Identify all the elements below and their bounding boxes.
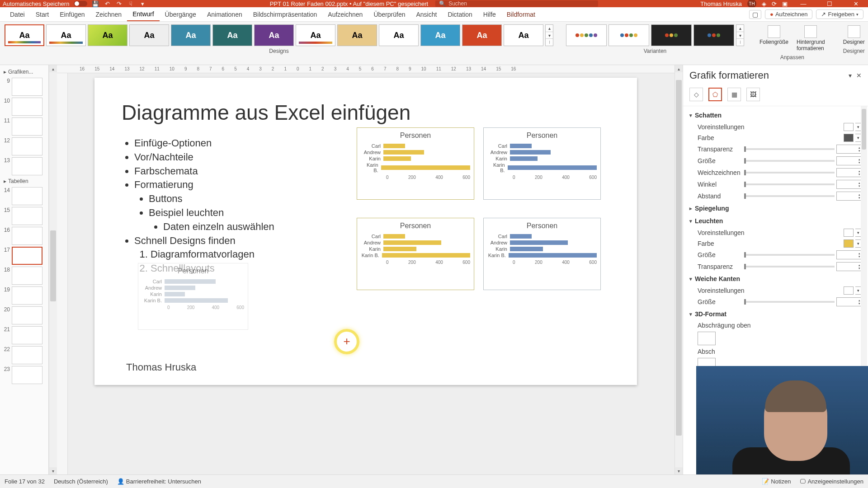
notes-button[interactable]: 📝 Notizen	[762, 478, 791, 485]
diamond-icon[interactable]: ◈	[762, 0, 766, 7]
chart-yellow-2[interactable]: Personen Carl Andrew Karin Karin B. 0200…	[357, 218, 474, 290]
theme-gallery[interactable]: Aa Aa Aa Aa Aa Aa Aa Aa Aa Aa Aa Aa Aa ▴…	[5, 24, 553, 46]
bgformat-button[interactable]: Hintergrund formatieren	[794, 24, 828, 52]
theme-thumb[interactable]: Aa	[504, 24, 543, 46]
section-glow[interactable]: ▾Leuchten	[689, 215, 862, 227]
accessibility-status[interactable]: 👤 Barrierefreiheit: Untersuchen	[117, 478, 201, 485]
picture-tab-icon[interactable]: 🖼	[746, 88, 760, 101]
theme-thumb[interactable]: Aa	[129, 24, 169, 46]
record-button[interactable]: ●Aufzeichnen	[765, 9, 812, 19]
blur-input[interactable]: ▴▾	[836, 168, 862, 177]
tab-start[interactable]: Start	[30, 7, 55, 21]
tab-ansicht[interactable]: Ansicht	[410, 7, 442, 21]
user-name[interactable]: Thomas Hruska	[700, 0, 742, 7]
distance-slider[interactable]	[744, 195, 835, 197]
search-box[interactable]: 🔍 Suchen	[435, 0, 598, 7]
share-button[interactable]: ↗Freigeben▾	[816, 9, 863, 19]
theme-thumb[interactable]: Aa	[379, 24, 419, 46]
thumb-13[interactable]: 13	[2, 157, 47, 175]
thumb-16[interactable]: 16	[2, 227, 47, 245]
size-input[interactable]: ▴▾	[836, 156, 862, 165]
window-layout-icon[interactable]: ▣	[782, 0, 788, 7]
thumb-23[interactable]: 23	[2, 366, 47, 384]
slidesize-button[interactable]: Foliengröße	[757, 24, 791, 52]
touch-icon[interactable]: ☟	[127, 0, 134, 7]
thumb-section[interactable]: ▸ Grafiken...	[0, 68, 48, 76]
variant-thumb[interactable]	[651, 24, 692, 46]
thumb-22[interactable]: 22	[2, 346, 47, 364]
glow-trans-slider[interactable]	[744, 266, 835, 267]
section-shadow[interactable]: ▾Schatten	[689, 109, 862, 122]
tab-bildformat[interactable]: Bildformat	[501, 7, 541, 21]
tab-datei[interactable]: Datei	[5, 7, 30, 21]
color-swatch[interactable]	[844, 134, 854, 142]
thumb-10[interactable]: 10	[2, 98, 47, 116]
maximize-button[interactable]: ☐	[819, 0, 840, 7]
size-slider[interactable]	[744, 160, 835, 162]
save-icon[interactable]: 💾	[92, 0, 99, 7]
size-tab-icon[interactable]: ▦	[727, 88, 741, 101]
thumb-section[interactable]: ▸ Tabellen	[0, 177, 48, 185]
tab-uebergaenge[interactable]: Übergänge	[160, 7, 202, 21]
tab-einfuegen[interactable]: Einfügen	[54, 7, 90, 21]
preset-swatch[interactable]	[844, 229, 854, 237]
theme-thumb[interactable]: Aa	[254, 24, 294, 46]
thumb-11[interactable]: 11	[2, 117, 47, 136]
transparency-slider[interactable]	[744, 148, 835, 150]
undo-icon[interactable]: ↶	[104, 0, 111, 7]
theme-thumb[interactable]: Aa	[88, 24, 127, 46]
paint-tab-icon[interactable]: ◇	[689, 88, 703, 101]
color-swatch[interactable]	[844, 239, 854, 248]
theme-thumb[interactable]: Aa	[420, 24, 460, 46]
tab-entwurf[interactable]: Entwurf	[127, 7, 159, 21]
variant-gallery[interactable]: ▴▾⁝	[566, 24, 744, 46]
thumb-12[interactable]: 12	[2, 137, 47, 155]
slide-counter[interactable]: Folie 17 von 32	[5, 478, 45, 485]
pane-dropdown-icon[interactable]: ▾	[849, 72, 852, 79]
preset-swatch[interactable]	[844, 123, 854, 131]
thumb-9[interactable]: 9	[2, 78, 47, 96]
variant-thumb[interactable]	[566, 24, 607, 46]
softedge-slider[interactable]	[744, 301, 835, 303]
blur-slider[interactable]	[744, 172, 835, 174]
variant-gallery-scroll[interactable]: ▴▾⁝	[736, 24, 744, 46]
slide-title[interactable]: Diagramme aus Excel einfügen	[122, 100, 610, 125]
redo-icon[interactable]: ↷	[115, 0, 123, 7]
thumb-17[interactable]: 17	[2, 247, 47, 265]
slide-canvas[interactable]: Diagramme aus Excel einfügen Einfüge-Opt…	[94, 78, 637, 385]
section-reflection[interactable]: ▸Spiegelung	[689, 202, 862, 215]
softedge-input[interactable]: ▴▾	[836, 297, 862, 306]
display-settings[interactable]: 🖵 Anzeigeeinstellungen	[800, 478, 863, 485]
preset-swatch[interactable]	[844, 286, 854, 295]
tab-hilfe[interactable]: Hilfe	[478, 7, 501, 21]
canvas-scrollbar[interactable]: ▴▾	[675, 65, 683, 474]
collapse-ribbon-icon[interactable]: ▢	[749, 10, 761, 19]
bevel-top-swatch[interactable]	[698, 332, 716, 345]
distance-input[interactable]: ▴▾	[836, 192, 862, 201]
slide-thumbnails[interactable]: ▸ Grafiken... 9 10 11 12 13 ▸ Tabellen 1…	[0, 65, 49, 474]
angle-slider[interactable]	[744, 183, 835, 185]
glow-size-input[interactable]: ▴▾	[836, 250, 862, 259]
close-button[interactable]: ✕	[845, 0, 866, 7]
variant-thumb[interactable]	[693, 24, 734, 46]
tab-animationen[interactable]: Animationen	[202, 7, 248, 21]
thumbnails-scrollbar[interactable]: ▴▾	[49, 65, 57, 474]
theme-thumb[interactable]: Aa	[5, 24, 44, 46]
chart-yellow-1[interactable]: Personen Carl Andrew Karin Karin B. 0200…	[357, 127, 474, 200]
chart-blue-1[interactable]: Personen Carl Andrew Karin Karin B. 0200…	[483, 127, 601, 200]
tab-ueberpruefen[interactable]: Überprüfen	[368, 7, 410, 21]
language-status[interactable]: Deutsch (Österreich)	[54, 478, 108, 485]
theme-thumb[interactable]: Aa	[171, 24, 211, 46]
theme-thumb[interactable]: Aa	[462, 24, 502, 46]
more-qat-icon[interactable]: ▾	[139, 0, 146, 7]
thumb-19[interactable]: 19	[2, 286, 47, 305]
autosave-toggle[interactable]	[74, 1, 87, 6]
transparency-input[interactable]: ▴▾	[836, 145, 862, 154]
glow-trans-input[interactable]: ▴▾	[836, 262, 862, 271]
tab-bildschirm[interactable]: Bildschirmpräsentation	[248, 7, 323, 21]
thumb-21[interactable]: 21	[2, 326, 47, 344]
theme-thumb[interactable]: Aa	[212, 24, 252, 46]
tab-dictation[interactable]: Dictation	[442, 7, 477, 21]
thumb-15[interactable]: 15	[2, 207, 47, 225]
effects-tab-icon[interactable]: ⬠	[708, 88, 722, 101]
